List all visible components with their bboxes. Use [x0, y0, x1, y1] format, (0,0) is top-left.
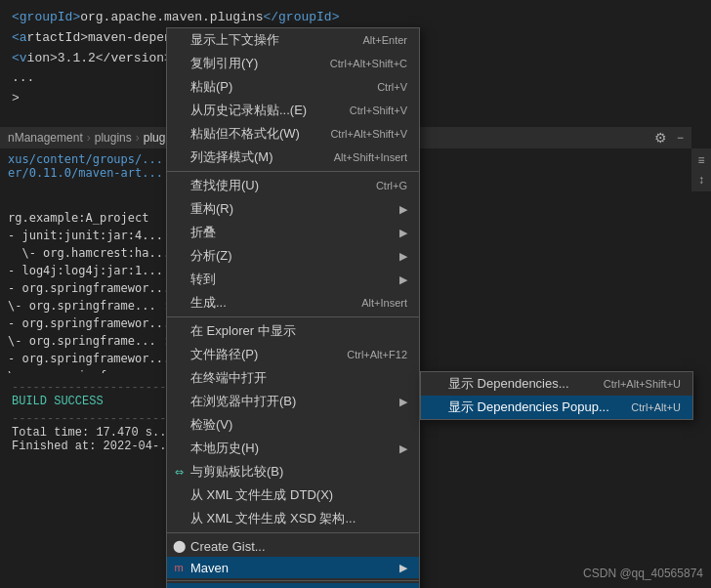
watermark: CSDN @qq_40565874 — [583, 567, 703, 580]
menu-item-find-usage[interactable]: 查找使用(U) Ctrl+G — [167, 174, 419, 197]
menu-item-file-path[interactable]: 文件路径(P) Ctrl+Alt+F12 — [167, 343, 419, 366]
menu-item-gen-xsd[interactable]: 从 XML 文件生成 XSD 架构... — [167, 507, 419, 530]
separator-1 — [167, 171, 419, 172]
menu-item-generate[interactable]: 生成... Alt+Insert — [167, 291, 419, 315]
menu-item-paste-history[interactable]: 从历史记录粘贴...(E) Ctrl+Shift+V — [167, 99, 419, 122]
compare-icon: ⇔ — [171, 464, 187, 480]
settings-icon[interactable]: ⚙ — [654, 130, 667, 146]
menu-item-goto[interactable]: 转到 ▶ — [167, 268, 419, 291]
menu-item-fold[interactable]: 折叠 ▶ — [167, 221, 419, 244]
submenu-maven: 显示 Dependencies... Ctrl+Alt+Shift+U 显示 D… — [420, 371, 693, 420]
menu-item-column-select[interactable]: 列选择模式(M) Alt+Shift+Insert — [167, 146, 419, 169]
editor-line-1: <groupId>org.apache.maven.plugins</group… — [12, 8, 699, 28]
separator-3 — [167, 532, 419, 533]
menu-item-local-history[interactable]: 本地历史(H) ▶ — [167, 437, 419, 460]
menu-item-inspect[interactable]: 检验(V) — [167, 413, 419, 437]
context-menu: 显示上下文操作 Alt+Enter 复制引用(Y) Ctrl+Alt+Shift… — [166, 27, 420, 588]
menu-item-analyze[interactable]: 分析(Z) ▶ — [167, 244, 419, 268]
toolbar-icon-2[interactable]: ↕ — [693, 172, 709, 188]
breadcrumb-item-1: nManagement — [8, 131, 83, 145]
menu-item-open-terminal[interactable]: 在终端中打开 — [167, 366, 419, 390]
menu-item-copy-ref[interactable]: 复制引用(Y) Ctrl+Alt+Shift+C — [167, 52, 419, 75]
separator-4 — [167, 580, 419, 581]
menu-item-menu[interactable]: 菜单 — [167, 583, 419, 588]
toolbar-icon-1[interactable]: ≡ — [693, 152, 709, 168]
github-icon: ⬤ — [171, 538, 187, 554]
right-toolbar: ≡ ↕ — [691, 148, 711, 191]
menu-item-compare-clipboard[interactable]: ⇔ 与剪贴板比较(B) — [167, 460, 419, 483]
menu-item-show-actions[interactable]: 显示上下文操作 Alt+Enter — [167, 28, 419, 52]
menu-item-paste-no-format[interactable]: 粘贴但不格式化(W) Ctrl+Alt+Shift+V — [167, 122, 419, 146]
submenu-item-show-deps-popup[interactable]: 显示 Dependencies Popup... Ctrl+Alt+U — [421, 396, 692, 419]
breadcrumb-item-3: plug — [144, 131, 166, 145]
menu-item-create-gist[interactable]: ⬤ Create Gist... — [167, 535, 419, 557]
maven-icon: m — [171, 560, 187, 575]
menu-item-open-browser[interactable]: 在浏览器中打开(B) ▶ — [167, 390, 419, 413]
separator-2 — [167, 316, 419, 317]
submenu-item-show-deps[interactable]: 显示 Dependencies... Ctrl+Alt+Shift+U — [421, 372, 692, 396]
breadcrumb-item-2: plugins — [95, 131, 132, 145]
menu-item-show-explorer[interactable]: 在 Explorer 中显示 — [167, 319, 419, 343]
menu-item-refactor[interactable]: 重构(R) ▶ — [167, 197, 419, 221]
menu-item-gen-dtd[interactable]: 从 XML 文件生成 DTD(X) — [167, 483, 419, 507]
menu-item-maven[interactable]: m Maven ▶ — [167, 557, 419, 578]
minus-icon[interactable]: − — [677, 131, 684, 145]
menu-item-paste[interactable]: 粘贴(P) Ctrl+V — [167, 75, 419, 99]
